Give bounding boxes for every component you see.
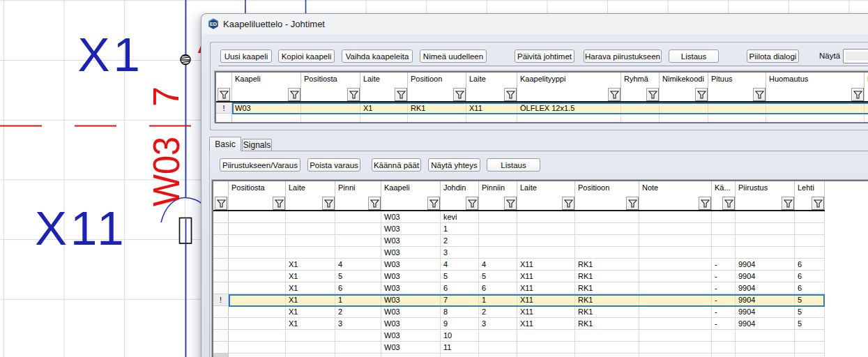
- cell-Lehti: [795, 223, 825, 235]
- table-row-1[interactable]: W03kevi: [213, 211, 868, 223]
- table-row-5[interactable]: X14W0344X11RK1-99046: [213, 259, 868, 271]
- funnel-icon: [628, 199, 637, 208]
- column-header-Johdin[interactable]: Johdin: [441, 181, 479, 197]
- cable-name-label[interactable]: W03: [146, 137, 187, 206]
- paivita-johtimet-button[interactable]: Päivitä johtimet: [515, 50, 574, 63]
- filter-button-Kaapeli[interactable]: [427, 197, 440, 210]
- cell-Lehti: 5: [795, 294, 825, 306]
- filter-button-Nimikekoodi[interactable]: [695, 88, 708, 101]
- column-header-Piirustus[interactable]: Piirustus: [736, 181, 795, 197]
- column-header-Kaapeli[interactable]: Kaapeli: [232, 73, 301, 86]
- listaus-button-tab[interactable]: Listaus: [487, 158, 540, 172]
- filter-button-Note[interactable]: [699, 197, 711, 210]
- table-row-2[interactable]: W031: [213, 223, 868, 235]
- table-row-10[interactable]: X13W0393X11RK1-99045: [213, 318, 868, 330]
- device-label-x11[interactable]: X11: [35, 202, 128, 255]
- column-header-Positioon[interactable]: Positioon: [408, 73, 466, 86]
- table-row-1[interactable]: !W03X1RK1X11ÖLFLEX 12x1.5: [216, 102, 868, 114]
- filter-button-Pinniin[interactable]: [504, 197, 517, 210]
- filter-button-Kaapeli[interactable]: [288, 88, 300, 101]
- column-header-Laite[interactable]: Laite: [286, 181, 335, 197]
- column-header-Huomautus[interactable]: Huomautus: [766, 73, 865, 86]
- table-row-8[interactable]: !X11W0371X11RK1-99045: [213, 294, 868, 306]
- column-header-Positioon[interactable]: Positioon: [575, 181, 639, 197]
- vaihda-kaapeleita-button[interactable]: Vaihda kaapeleita: [342, 50, 413, 63]
- funnel-icon: [349, 91, 358, 99]
- table-row-9[interactable]: X12W0382X11RK1-99045: [213, 306, 868, 318]
- cell-Laite: X1: [286, 318, 335, 330]
- filter-button[interactable]: [218, 88, 230, 101]
- cell-Piirustus: [736, 330, 795, 342]
- table-row-13[interactable]: [213, 354, 868, 357]
- column-header-Laite[interactable]: Laite: [517, 181, 575, 197]
- piirustukseen-varaus-button[interactable]: Piirustukseen/Varaus: [220, 158, 300, 172]
- column-header-Positiosta[interactable]: Positiosta: [301, 73, 360, 86]
- kaanna-paat-button[interactable]: Käännä päät: [372, 158, 421, 172]
- row-marker: [213, 271, 229, 282]
- filter-button-Laite[interactable]: [504, 88, 517, 101]
- column-header-Pinni[interactable]: Pinni: [335, 181, 381, 197]
- cell-Laite: X1: [286, 271, 335, 282]
- cell-Kä...: [712, 211, 736, 223]
- column-header-Ryhmä[interactable]: Ryhmä: [621, 73, 660, 86]
- filter-button-Positioon[interactable]: [626, 197, 639, 210]
- filter-button-Piirustus[interactable]: [782, 197, 794, 210]
- column-header-Kä[interactable]: Kä: [865, 73, 868, 86]
- column-header-Lehti[interactable]: Lehti: [795, 181, 825, 197]
- cell-Positiosta: [229, 342, 286, 354]
- table-row-4[interactable]: W033: [213, 247, 868, 259]
- kopioi-kaapeli-button[interactable]: Kopioi kaapeli: [278, 50, 335, 63]
- uusi-kaapeli-button[interactable]: Uusi kaapeli: [220, 50, 272, 63]
- nayta-yhteys-button[interactable]: Näytä yhteys: [428, 158, 480, 172]
- column-header-Positiosta[interactable]: Positiosta: [229, 181, 286, 197]
- tab-signals[interactable]: Signals: [242, 139, 272, 151]
- table-row-6[interactable]: X15W0355X11RK1-99046: [213, 271, 868, 282]
- filter-button-Johdin[interactable]: [466, 197, 478, 210]
- poista-varaus-button[interactable]: Poista varaus: [307, 158, 360, 172]
- cell-Johdin: 10: [441, 330, 479, 342]
- cell-Johdin: 6: [441, 282, 479, 294]
- nimea-uudelleen-button[interactable]: Nimeä uudelleen: [420, 50, 487, 63]
- column-header-Kaapelityyppi[interactable]: Kaapelityyppi: [517, 73, 621, 86]
- listaus-button-top[interactable]: Listaus: [669, 50, 719, 63]
- device-label-x1[interactable]: X1: [78, 28, 144, 82]
- column-header-Laite[interactable]: Laite: [466, 73, 517, 86]
- column-header-Pinniin[interactable]: Pinniin: [479, 181, 517, 197]
- table-row-12[interactable]: W0311: [213, 342, 868, 354]
- filter-button-Lehti[interactable]: [812, 197, 824, 210]
- column-header-Pituus[interactable]: Pituus: [708, 73, 766, 86]
- filter-button-Positiosta[interactable]: [347, 88, 360, 101]
- filter-button-Pinni[interactable]: [368, 197, 381, 210]
- wire-number-label[interactable]: 7: [146, 86, 186, 107]
- filter-button[interactable]: [215, 197, 227, 210]
- dialog-titlebar[interactable]: ED Kaapeliluettelo - Johtimet: [201, 14, 868, 34]
- cell-Positioon: [575, 223, 639, 235]
- column-header-Kaapeli[interactable]: Kaapeli: [381, 181, 441, 197]
- filter-button-Positioon[interactable]: [453, 88, 466, 101]
- tab-basic[interactable]: Basic: [209, 137, 241, 151]
- nayta-select[interactable]: [843, 49, 868, 63]
- filter-button-Kä...[interactable]: [722, 197, 735, 210]
- column-header-Nimikekoodi[interactable]: Nimikekoodi: [660, 73, 708, 86]
- filter-button-Pituus[interactable]: [753, 88, 766, 101]
- harava-piirustukseen-button[interactable]: Harava piirustukseen: [584, 50, 662, 63]
- column-header-Note[interactable]: Note: [639, 181, 712, 197]
- table-row-11[interactable]: W0310: [213, 330, 868, 342]
- filter-button-Laite[interactable]: [322, 197, 335, 210]
- table-row-7[interactable]: X16W0366X11RK1-99046: [213, 282, 868, 294]
- piilota-dialogi-button[interactable]: Piilota dialogi: [747, 50, 799, 63]
- cell-Laite: [517, 330, 575, 342]
- cell-Positioon: RK1: [575, 294, 639, 306]
- table-row-3[interactable]: W032: [213, 235, 868, 247]
- filter-button-Huomautus[interactable]: [851, 88, 864, 101]
- column-header-Kä...[interactable]: Kä...: [712, 181, 736, 197]
- cell-Laite: X11: [517, 294, 575, 306]
- table-row-2[interactable]: [216, 114, 868, 124]
- filter-button-Kaapelityyppi[interactable]: [608, 88, 620, 101]
- filter-button-Ryhmä[interactable]: [646, 88, 659, 101]
- filter-button-Laite[interactable]: [395, 88, 407, 101]
- filter-button-Positiosta[interactable]: [273, 197, 285, 210]
- cell-Lehti: [795, 330, 825, 342]
- column-header-Laite[interactable]: Laite: [360, 73, 408, 86]
- filter-button-Laite[interactable]: [562, 197, 574, 210]
